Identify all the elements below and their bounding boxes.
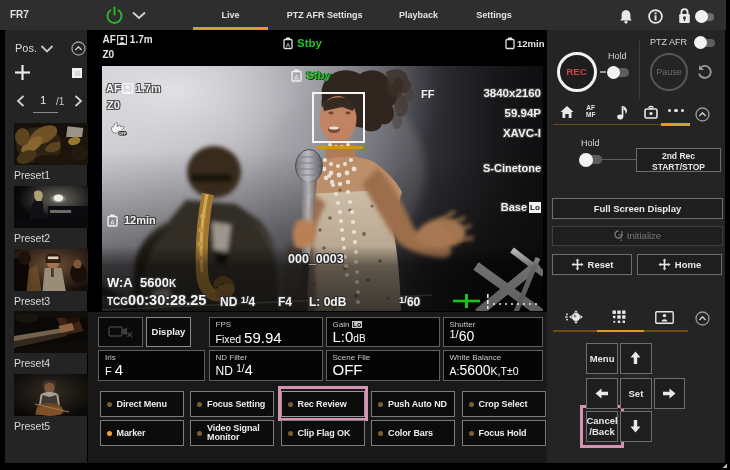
svg-text:A: A	[294, 74, 299, 81]
svg-text:OFF: OFF	[119, 131, 128, 136]
svg-text:1: 1	[620, 237, 623, 242]
svg-text:A: A	[286, 42, 290, 48]
svg-text:A: A	[110, 219, 115, 226]
